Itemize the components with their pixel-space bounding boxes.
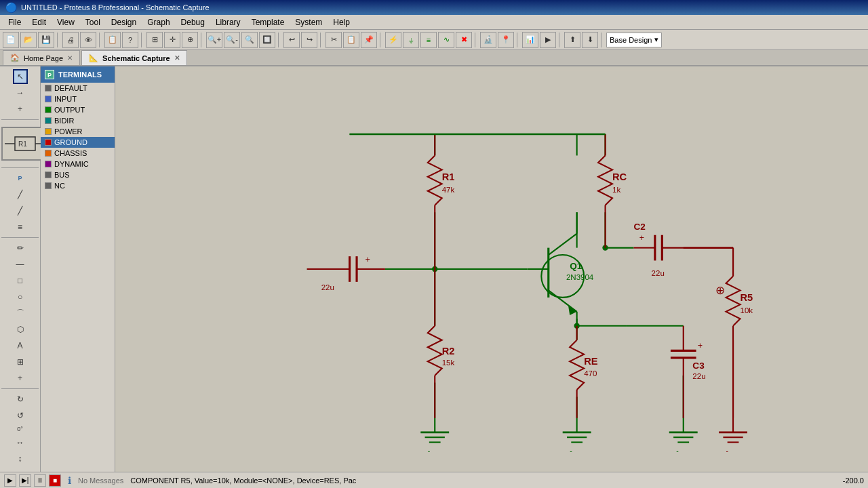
marker-btn[interactable]: 📍 <box>498 32 514 48</box>
stop-btn[interactable]: ■ <box>49 474 61 487</box>
script-btn[interactable]: 📋 <box>104 32 121 48</box>
svg-text:Q1: Q1 <box>570 261 583 271</box>
menu-template[interactable]: Template <box>246 16 290 28</box>
titlebar: 🔵 UNTITLED - Proteus 8 Professional - Sc… <box>0 0 868 15</box>
component-tool-btn[interactable]: → <box>13 85 28 100</box>
snap-btn[interactable]: ✛ <box>164 32 180 48</box>
status-message: COMPONENT R5, Value=10k, Module=<NONE>, … <box>130 476 836 485</box>
tab-schematic[interactable]: 📐 Schematic Capture ✕ <box>81 50 187 65</box>
netlist-btn[interactable]: 📊 <box>522 32 538 48</box>
menu-graph[interactable]: Graph <box>142 16 175 28</box>
add-bus-btn[interactable]: ≡ <box>420 32 437 48</box>
arc-btn[interactable]: ⌒ <box>13 306 28 321</box>
svg-text:22u: 22u <box>321 283 334 291</box>
sep9 <box>517 33 519 47</box>
text-btn[interactable]: A <box>13 338 28 353</box>
sidebar-item-chassis[interactable]: CHASSIS <box>41 148 115 159</box>
bidir-icon <box>45 117 52 124</box>
svg-text:C2: C2 <box>633 222 646 232</box>
lt-sep1 <box>1 119 39 120</box>
bus-btn[interactable]: ╱ <box>13 203 28 218</box>
play-btn[interactable]: ▶ <box>4 474 16 487</box>
grid-btn[interactable]: ⊞ <box>146 32 163 48</box>
sidebar-p-icon: P <box>45 70 54 79</box>
copy-btn[interactable]: 📋 <box>343 32 359 48</box>
schematic-canvas[interactable]: R1 47k RC 1k R2 15k <box>115 66 868 472</box>
select-tool-btn[interactable]: ↖ <box>13 69 28 84</box>
zoom-in-btn[interactable]: 🔍+ <box>206 32 222 48</box>
export-btn[interactable]: ⬆ <box>564 32 580 48</box>
step-btn[interactable]: ▶| <box>19 474 31 487</box>
junction-tool-btn[interactable]: + <box>13 102 28 117</box>
wire-btn[interactable]: ╱ <box>13 187 28 202</box>
sidebar-item-power[interactable]: POWER <box>41 126 115 137</box>
menu-file[interactable]: File <box>3 16 26 28</box>
svg-text:RE: RE <box>584 356 598 367</box>
design-dropdown-arrow: ▾ <box>654 35 658 44</box>
tab-home[interactable]: 🏠 Home Page ✕ <box>3 50 80 65</box>
redo-btn[interactable]: ↪ <box>301 32 317 48</box>
crosshair-btn[interactable]: ⊕ <box>182 32 198 48</box>
design-dropdown[interactable]: Base Design ▾ <box>606 33 662 47</box>
line-btn[interactable]: — <box>13 257 28 272</box>
cut-btn[interactable]: ✂ <box>326 32 342 48</box>
move-horiz-btn[interactable]: ↔ <box>13 435 28 450</box>
zoom-fit-btn[interactable]: 🔍 <box>241 32 258 48</box>
menu-view[interactable]: View <box>52 16 80 28</box>
add-ground-btn[interactable]: ⏚ <box>403 32 419 48</box>
add-btn[interactable]: + <box>13 371 28 386</box>
print-btn[interactable]: 🖨 <box>62 32 79 48</box>
sidebar-item-bidir[interactable]: BIDIR <box>41 115 115 126</box>
pause-btn[interactable]: ⏸ <box>34 474 46 487</box>
poly-btn[interactable]: ⬡ <box>13 322 28 337</box>
sidebar-item-output[interactable]: OUTPUT <box>41 104 115 115</box>
sep10 <box>559 33 561 47</box>
probe-btn[interactable]: 🔬 <box>480 32 496 48</box>
delete-btn[interactable]: ✖ <box>456 32 472 48</box>
bus-icon <box>45 171 52 178</box>
sidebar-item-bus[interactable]: BUS <box>41 169 115 180</box>
zoom-area-btn[interactable]: 🔲 <box>259 32 275 48</box>
circle-btn[interactable]: ○ <box>13 289 28 304</box>
menu-debug[interactable]: Debug <box>176 16 210 28</box>
sep5 <box>278 33 281 47</box>
add-wire-btn[interactable]: ∿ <box>438 32 454 48</box>
schematic-tab-label: Schematic Capture <box>102 54 170 62</box>
menu-edit[interactable]: Edit <box>26 16 52 28</box>
playback-controls: ▶ ▶| ⏸ ■ <box>4 474 61 487</box>
schematic-tab-close[interactable]: ✕ <box>174 54 180 62</box>
menu-system[interactable]: System <box>290 16 328 28</box>
menu-design[interactable]: Design <box>106 16 142 28</box>
label-btn[interactable]: ≡ <box>13 220 28 235</box>
save-btn[interactable]: 💾 <box>38 32 54 48</box>
rect-btn[interactable]: □ <box>13 273 28 288</box>
menu-help[interactable]: Help <box>328 16 355 28</box>
terminals-btn[interactable]: P <box>13 171 28 186</box>
svg-text:+: + <box>639 233 644 243</box>
input-icon <box>45 96 52 102</box>
help-btn[interactable]: ? <box>122 32 138 48</box>
home-tab-close[interactable]: ✕ <box>67 54 73 62</box>
menu-tool[interactable]: Tool <box>80 16 106 28</box>
move-vert-btn[interactable]: ↕ <box>13 451 28 466</box>
rotate-cw-btn[interactable]: ↻ <box>13 392 28 407</box>
menu-library[interactable]: Library <box>210 16 246 28</box>
simulate-btn[interactable]: ▶ <box>540 32 556 48</box>
zoom-out-btn[interactable]: 🔍- <box>224 32 240 48</box>
sidebar-item-dynamic[interactable]: DYNAMIC <box>41 159 115 169</box>
undo-btn[interactable]: ↩ <box>283 32 300 48</box>
default-icon <box>45 85 52 92</box>
paste-btn[interactable]: 📌 <box>361 32 377 48</box>
add-power-btn[interactable]: ⚡ <box>385 32 401 48</box>
sidebar-item-default[interactable]: DEFAULT <box>41 83 115 94</box>
sidebar-item-ground[interactable]: GROUND <box>41 137 115 148</box>
import-btn[interactable]: ⬇ <box>582 32 598 48</box>
new-btn[interactable]: 📄 <box>3 32 19 48</box>
draw-btn[interactable]: ✏ <box>13 241 28 256</box>
print-preview-btn[interactable]: 👁 <box>80 32 96 48</box>
sidebar-item-input[interactable]: INPUT <box>41 94 115 104</box>
symbol-btn[interactable]: ⊞ <box>13 354 28 369</box>
sidebar-item-nc[interactable]: NC <box>41 180 115 191</box>
rotate-ccw-btn[interactable]: ↺ <box>13 408 28 423</box>
open-btn[interactable]: 📂 <box>20 32 37 48</box>
